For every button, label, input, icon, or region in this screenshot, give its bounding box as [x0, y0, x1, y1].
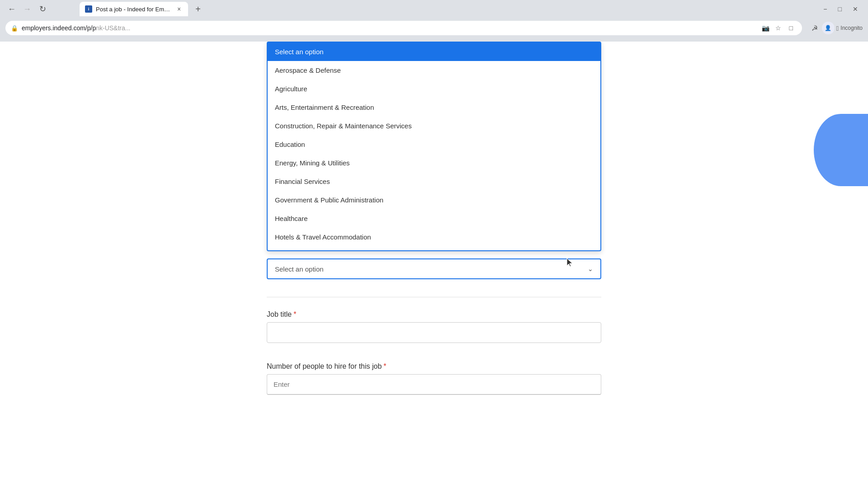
- job-title-section: Job title*: [267, 310, 601, 343]
- num-people-section: Number of people to hire for this job*: [267, 362, 601, 395]
- title-bar: ← → ↻ i Post a job - Indeed for Employ..…: [0, 0, 868, 18]
- dropdown-item-6[interactable]: Energy, Mining & Utilities: [268, 154, 600, 172]
- incognito-badge: 🉖 Incognito: [836, 24, 863, 32]
- dropdown-item-3[interactable]: Arts, Entertainment & Recreation: [268, 98, 600, 117]
- tab-close-button[interactable]: ×: [175, 5, 183, 13]
- address-bar-row: 🔒 employers.indeed.com/p/pnk-US&tra... 📷…: [0, 18, 868, 38]
- job-title-label: Job title*: [267, 310, 601, 319]
- extensions-button[interactable]: ☭: [809, 23, 820, 33]
- tab-title: Post a job - Indeed for Employ...: [96, 6, 172, 13]
- active-tab[interactable]: i Post a job - Indeed for Employ... ×: [80, 2, 188, 16]
- dropdown-item-11[interactable]: Human Resources & Staffing: [268, 246, 600, 250]
- dropdown-item-7[interactable]: Financial Services: [268, 172, 600, 191]
- maximize-button[interactable]: □: [834, 3, 846, 15]
- address-bar[interactable]: 🔒 employers.indeed.com/p/pnk-US&tra... 📷…: [5, 21, 802, 35]
- dropdown-item-5[interactable]: Education: [268, 135, 600, 154]
- job-title-input[interactable]: [267, 322, 601, 343]
- dropdown-item-9[interactable]: Healthcare: [268, 209, 600, 228]
- dropdown-item-0[interactable]: Select an option: [268, 42, 600, 61]
- section-divider: [267, 297, 601, 297]
- cast-icon-button[interactable]: 📷: [760, 23, 771, 33]
- url-text: employers.indeed.com/p/pnk-US&tra...: [22, 24, 757, 32]
- second-dropdown[interactable]: Select an option ⌄: [267, 258, 601, 279]
- bookmark-icon-button[interactable]: ☆: [773, 23, 784, 33]
- new-tab-button[interactable]: +: [192, 3, 204, 15]
- toolbar-icons: ☭ 👤 🉖 Incognito: [809, 22, 863, 34]
- blue-decoration: [814, 114, 868, 186]
- profile-avatar-button[interactable]: 👤: [822, 22, 835, 34]
- minimize-button[interactable]: −: [819, 3, 831, 15]
- chevron-down-icon: ⌄: [588, 265, 593, 272]
- dropdown-item-1[interactable]: Aerospace & Defense: [268, 61, 600, 80]
- num-people-input[interactable]: [267, 374, 601, 395]
- dropdown-item-10[interactable]: Hotels & Travel Accommodation: [268, 228, 600, 246]
- reload-button[interactable]: ↻: [36, 3, 49, 15]
- dropdown-item-2[interactable]: Agriculture: [268, 80, 600, 98]
- browser-chrome: ← → ↻ i Post a job - Indeed for Employ..…: [0, 0, 868, 42]
- second-dropdown-text: Select an option: [275, 265, 324, 273]
- tab-favicon: i: [85, 5, 92, 13]
- dropdown-list: Select an option Aerospace & Defense Agr…: [268, 42, 600, 250]
- page-content: Select an option Aerospace & Defense Agr…: [0, 42, 868, 488]
- close-button[interactable]: ✕: [848, 3, 863, 15]
- num-people-label: Number of people to hire for this job*: [267, 362, 601, 371]
- address-icons: 📷 ☆ □: [760, 23, 797, 33]
- profile-icon-button[interactable]: □: [786, 23, 797, 33]
- dropdown-item-4[interactable]: Construction, Repair & Maintenance Servi…: [268, 117, 600, 135]
- industry-dropdown-open[interactable]: Select an option Aerospace & Defense Agr…: [267, 42, 601, 251]
- forward-button[interactable]: →: [21, 3, 33, 15]
- back-button[interactable]: ←: [5, 3, 18, 15]
- dropdown-item-8[interactable]: Government & Public Administration: [268, 191, 600, 209]
